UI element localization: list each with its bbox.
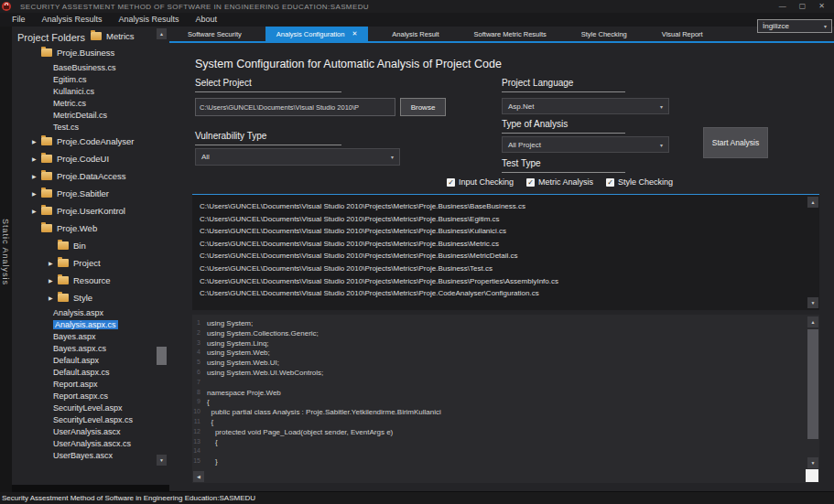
tree-item-label: Proje.Sabitler <box>57 188 109 198</box>
tree-item-test-cs[interactable]: Test.cs <box>12 121 157 133</box>
expand-arrow-icon[interactable]: ▶ <box>49 260 58 266</box>
maximize-button[interactable]: ▢ <box>799 0 807 13</box>
file-path-row[interactable]: C:\Users\GUNCEL\Documents\Visual Studio … <box>200 263 805 275</box>
language-dropdown[interactable]: İngilizce ▾ <box>757 19 832 33</box>
tree-item-metric-cs[interactable]: Metric.cs <box>12 97 157 109</box>
tree-item-default-aspx-cs[interactable]: Default.aspx.cs <box>12 366 157 378</box>
tab-analysis-configuration[interactable]: Analysis Configuration✕ <box>265 27 369 41</box>
sidebar-scrollbar[interactable]: ▲ ▼ <box>157 28 167 485</box>
menu-item-about-3[interactable]: About <box>188 13 226 27</box>
close-button[interactable]: ✕ <box>818 0 825 13</box>
tab-software-security[interactable]: Software Security <box>177 27 253 41</box>
tree-item-label: Style <box>73 293 92 303</box>
tree-item-resource[interactable]: ▶Resource <box>12 272 157 289</box>
tree-item-default-aspx[interactable]: Default.aspx <box>12 354 157 366</box>
expand-arrow-icon[interactable]: ▶ <box>32 208 41 214</box>
project-path-input[interactable] <box>195 98 395 116</box>
tree-item-proje-codeanalyser[interactable]: ▶Proje.CodeAnalyser <box>12 133 157 150</box>
vulnerability-type-select[interactable]: All ▾ <box>195 148 400 166</box>
tree-item-metrics[interactable]: Metrics <box>12 28 157 44</box>
tree-item-proje-sabitler[interactable]: ▶Proje.Sabitler <box>12 185 157 202</box>
expand-arrow-icon[interactable]: ▶ <box>49 295 58 301</box>
tree-item-label: Report.aspx <box>53 380 98 389</box>
tree-item-project[interactable]: ▶Project <box>12 254 157 272</box>
tree-item-basebusiness-cs[interactable]: BaseBusiness.cs <box>12 61 157 73</box>
tree-item-kullanici-cs[interactable]: Kullanici.cs <box>12 85 157 97</box>
tree-item-userbayes-ascx[interactable]: UserBayes.ascx <box>12 449 157 461</box>
tab-analysis-result[interactable]: Analysis Result <box>381 27 449 41</box>
start-analysis-button[interactable]: Start Analysis <box>703 127 768 158</box>
menu-item-file-0[interactable]: File <box>4 13 34 27</box>
tree-item-useranalysis-ascx[interactable]: UserAnalysis.ascx <box>12 425 157 437</box>
tab-visual-report[interactable]: Visual Report <box>651 27 714 41</box>
chevron-down-icon: ▾ <box>391 154 394 160</box>
scroll-down-button[interactable]: ▼ <box>807 457 818 468</box>
scrollbar-thumb[interactable] <box>807 329 818 439</box>
static-analysis-side-tab[interactable]: Static Analysis <box>0 27 12 492</box>
file-list-scrollbar[interactable]: ▲ ▼ <box>807 197 818 308</box>
file-path-row[interactable]: C:\Users\GUNCEL\Documents\Visual Studio … <box>200 200 805 213</box>
checkbox-style-checking[interactable]: ✓Style Checking <box>606 177 673 187</box>
code-vertical-scrollbar[interactable]: ▲ ▼ <box>807 316 818 481</box>
tree-item-proje-dataaccess[interactable]: ▶Proje.DataAccess <box>12 167 157 185</box>
tree-item-proje-codeui[interactable]: ▶Proje.CodeUI <box>12 150 157 167</box>
tree-item-bin[interactable]: Bin <box>12 237 157 254</box>
code-text: } <box>207 457 218 467</box>
scroll-up-button[interactable]: ▲ <box>157 28 167 39</box>
menu-item-analysis-results-1[interactable]: Analysis Results <box>34 13 111 27</box>
tree-item-securitylevel-aspx-cs[interactable]: SecurityLevel.aspx.cs <box>12 413 157 425</box>
file-path-row[interactable]: C:\Users\GUNCEL\Documents\Visual Studio … <box>200 238 805 251</box>
tree-item-proje-business[interactable]: Proje.Business <box>12 44 157 61</box>
tree-item-bayes-aspx[interactable]: Bayes.aspx <box>12 330 157 342</box>
tree-item-bayes-aspx-cs[interactable]: Bayes.aspx.cs <box>12 342 157 354</box>
type-of-analysis-select[interactable]: All Project ▾ <box>502 136 669 153</box>
line-number: 7 <box>192 379 207 389</box>
tree-item-analysis-aspx-cs[interactable]: Analysis.aspx.cs <box>12 318 157 330</box>
tree-item-metricdetail-cs[interactable]: MetricDetail.cs <box>12 109 157 121</box>
tree-item-analysis-aspx[interactable]: Analysis.aspx <box>12 306 157 318</box>
scroll-up-button[interactable]: ▲ <box>807 316 818 327</box>
minimize-button[interactable]: — <box>779 0 786 13</box>
tree-item-style[interactable]: ▶Style <box>12 289 157 306</box>
project-language-select[interactable]: Asp.Net ▾ <box>502 98 669 114</box>
file-path-row[interactable]: C:\Users\GUNCEL\Documents\Visual Studio … <box>200 275 805 288</box>
tree-item-proje-userkontrol[interactable]: ▶Proje.UserKontrol <box>12 202 157 220</box>
titlebar: SECURITY ASSESTMENT METHOD OF SOFTWARE I… <box>0 0 834 13</box>
expand-arrow-icon[interactable]: ▶ <box>49 277 58 284</box>
code-horizontal-scrollbar[interactable]: ◀ <box>193 471 805 482</box>
tree-item-securitylevel-aspx[interactable]: SecurityLevel.aspx <box>12 402 157 413</box>
file-path-row[interactable]: C:\Users\GUNCEL\Documents\Visual Studio … <box>200 250 805 263</box>
page-title: System Configuration for Automatic Analy… <box>195 58 502 70</box>
scroll-down-button[interactable]: ▼ <box>157 455 167 466</box>
checkbox-metric-analysis[interactable]: ✓Metric Analysis <box>526 177 593 187</box>
tree-item-useranalysis-ascx-cs[interactable]: UserAnalysis.ascx.cs <box>12 437 157 449</box>
scroll-left-button[interactable]: ◀ <box>193 471 204 482</box>
file-path-row[interactable]: C:\Users\GUNCEL\Documents\Visual Studio … <box>200 225 805 238</box>
close-icon[interactable]: ✕ <box>352 30 357 38</box>
expand-arrow-icon[interactable]: ▶ <box>32 173 41 179</box>
tree-item-egitim-cs[interactable]: Egitim.cs <box>12 73 157 85</box>
folder-icon <box>58 259 69 267</box>
tree-item-label: Report.aspx.cs <box>53 391 108 401</box>
tree-item-report-aspx[interactable]: Report.aspx <box>12 378 157 390</box>
browse-button[interactable]: Browse <box>400 98 446 116</box>
tab-style-checking[interactable]: Style Checking <box>570 27 638 41</box>
select-project-label: Select Project <box>195 78 341 92</box>
scroll-down-button[interactable]: ▼ <box>807 297 818 308</box>
tree-item-report-aspx-cs[interactable]: Report.aspx.cs <box>12 390 157 402</box>
expand-arrow-icon[interactable]: ▶ <box>32 155 41 162</box>
expand-arrow-icon[interactable]: ▶ <box>32 190 41 197</box>
file-path-row[interactable]: C:\Users\GUNCEL\Documents\Visual Studio … <box>200 287 805 300</box>
tab-software-metric-results[interactable]: Software Metric Results <box>463 27 558 41</box>
tab-label: Analysis Result <box>392 30 439 38</box>
code-viewer-panel[interactable]: 1using System;2using System.Collections.… <box>192 315 819 483</box>
scroll-up-button[interactable]: ▲ <box>807 197 818 208</box>
folder-icon <box>41 172 52 180</box>
file-path-row[interactable]: C:\Users\GUNCEL\Documents\Visual Studio … <box>200 213 805 226</box>
menu-item-analysis-results-2[interactable]: Analysis Results <box>111 13 188 27</box>
tree-item-proje-web[interactable]: Proje.Web <box>12 220 157 237</box>
expand-arrow-icon[interactable]: ▶ <box>32 138 41 145</box>
scrollbar-thumb[interactable] <box>157 347 167 365</box>
tree-item-label: Metrics <box>106 31 135 41</box>
checkbox-input-checking[interactable]: ✓Input Checking <box>447 177 514 187</box>
